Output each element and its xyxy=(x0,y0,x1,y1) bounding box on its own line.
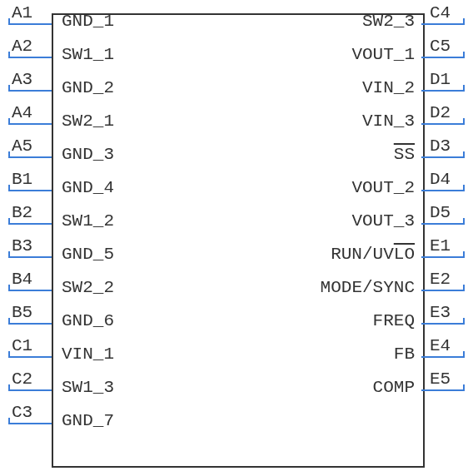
pin-name: RUN/UVLO xyxy=(331,245,415,264)
pin-ext-label: A2 xyxy=(12,37,32,56)
pin-ext-label: D4 xyxy=(430,170,451,189)
ic-body: GND_1SW1_1GND_2SW2_1GND_3GND_4SW1_2GND_5… xyxy=(52,13,425,468)
pin-name: FREQ xyxy=(373,311,415,330)
pin-name: COMP xyxy=(373,378,415,397)
pin-name: GND_6 xyxy=(62,311,114,330)
pin-ext-label: B1 xyxy=(12,170,32,189)
pin-ext-label: B3 xyxy=(12,236,32,255)
pin-lead xyxy=(8,256,52,258)
pin-name: VIN_2 xyxy=(362,78,415,97)
pin-name: VOUT_1 xyxy=(351,45,415,64)
pin-name: SS xyxy=(394,145,415,164)
pin-ext-label: E3 xyxy=(430,303,451,322)
pin-name: GND_5 xyxy=(62,245,114,264)
pin-lead xyxy=(8,156,52,158)
pin-lead xyxy=(8,23,52,25)
pin-name: SW1_2 xyxy=(62,211,114,231)
pin-lead xyxy=(8,423,52,424)
pin-name: SW2_1 xyxy=(62,112,114,131)
pin-name: VIN_1 xyxy=(62,345,114,364)
pin-ext-label: A3 xyxy=(12,70,32,89)
pin-lead xyxy=(421,323,465,325)
pin-name: SW2_3 xyxy=(362,12,415,31)
pin-name: SW1_3 xyxy=(62,378,114,397)
pin-ext-label: D1 xyxy=(430,70,451,89)
pin-ext-label: A4 xyxy=(12,103,32,122)
pin-lead xyxy=(8,223,52,225)
pin-name: MODE/SYNC xyxy=(321,278,415,297)
pin-ext-label: E2 xyxy=(430,270,451,289)
pinout-diagram: GND_1SW1_1GND_2SW2_1GND_3GND_4SW1_2GND_5… xyxy=(0,0,473,476)
pin-ext-label: D3 xyxy=(430,136,451,156)
pin-lead xyxy=(421,23,465,25)
pin-name: VOUT_3 xyxy=(351,211,415,231)
pin-name: GND_4 xyxy=(62,178,114,197)
pin-lead xyxy=(421,223,465,225)
pin-name: FB xyxy=(394,345,415,364)
pin-lead xyxy=(421,190,465,191)
pin-lead xyxy=(8,356,52,358)
pin-name: GND_3 xyxy=(62,145,114,164)
pin-ext-label: B4 xyxy=(12,270,32,289)
pin-lead xyxy=(421,90,465,92)
pin-name: SW2_2 xyxy=(62,278,114,297)
pin-ext-label: A5 xyxy=(12,136,32,156)
pin-name: SW1_1 xyxy=(62,45,114,64)
pin-lead xyxy=(8,290,52,291)
pin-lead xyxy=(421,256,465,258)
pin-lead xyxy=(8,123,52,125)
pin-ext-label: B2 xyxy=(12,203,32,222)
pin-lead xyxy=(421,356,465,358)
pin-lead xyxy=(8,389,52,391)
pin-lead xyxy=(8,323,52,325)
pin-ext-label: C3 xyxy=(12,403,32,422)
pin-lead xyxy=(421,57,465,58)
pin-name: VOUT_2 xyxy=(351,178,415,197)
pin-ext-label: C1 xyxy=(12,336,32,355)
pin-name: GND_7 xyxy=(62,411,114,430)
pin-lead xyxy=(421,389,465,391)
pin-lead xyxy=(421,123,465,125)
pin-name: GND_2 xyxy=(62,78,114,97)
pin-ext-label: D5 xyxy=(430,203,451,222)
pin-ext-label: C4 xyxy=(430,3,451,22)
pin-ext-label: E5 xyxy=(430,369,451,389)
pin-name: VIN_3 xyxy=(362,112,415,131)
pin-lead xyxy=(421,156,465,158)
pin-lead xyxy=(8,57,52,58)
pin-ext-label: E4 xyxy=(430,336,451,355)
pin-ext-label: B5 xyxy=(12,303,32,322)
pin-ext-label: D2 xyxy=(430,103,451,122)
pin-ext-label: C2 xyxy=(12,369,32,389)
pin-lead xyxy=(421,290,465,291)
pin-lead xyxy=(8,90,52,92)
pin-ext-label: E1 xyxy=(430,236,451,255)
pin-lead xyxy=(8,190,52,191)
pin-ext-label: A1 xyxy=(12,3,32,22)
pin-name: GND_1 xyxy=(62,12,114,31)
pin-ext-label: C5 xyxy=(430,37,451,56)
